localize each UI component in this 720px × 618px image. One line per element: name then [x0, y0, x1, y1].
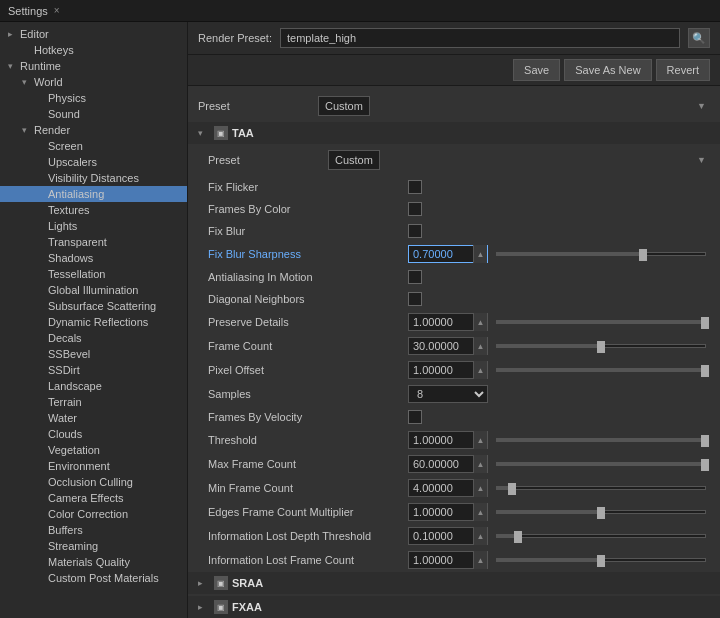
sidebar-item-global-illumination[interactable]: Global Illumination	[0, 282, 187, 298]
title-bar: Settings ×	[0, 0, 720, 22]
search-button[interactable]: 🔍	[688, 28, 710, 48]
sidebar-item-shadows[interactable]: Shadows	[0, 250, 187, 266]
slider-thumb-preserve-details[interactable]	[701, 317, 709, 329]
fxaa-section-header[interactable]: ▸ ▣ FXAA	[188, 596, 720, 618]
num-input-edges-frame-count[interactable]: 1.00000▲	[408, 503, 488, 521]
sidebar-label-sound: Sound	[48, 108, 80, 120]
sidebar-item-runtime[interactable]: ▾Runtime	[0, 58, 187, 74]
slider-thumb-fix-blur-sharpness[interactable]	[639, 249, 647, 261]
sidebar-item-antialiasing[interactable]: Antialiasing	[0, 186, 187, 202]
num-input-preserve-details[interactable]: 1.00000▲	[408, 313, 488, 331]
sidebar-item-camera-effects[interactable]: Camera Effects	[0, 490, 187, 506]
dropdown-samples[interactable]: 8	[408, 385, 488, 403]
slider-thumb-min-frame-count[interactable]	[508, 483, 516, 495]
num-arrow-frame-count[interactable]: ▲	[473, 337, 487, 355]
num-arrow-fix-blur-sharpness[interactable]: ▲	[473, 245, 487, 263]
num-arrow-min-frame-count[interactable]: ▲	[473, 479, 487, 497]
sidebar-item-materials-quality[interactable]: Materials Quality	[0, 554, 187, 570]
taa-section-header[interactable]: ▾ ▣ TAA	[188, 122, 720, 144]
setting-label-threshold: Threshold	[208, 434, 408, 446]
sidebar-item-terrain[interactable]: Terrain	[0, 394, 187, 410]
sidebar-item-visibility[interactable]: Visibility Distances	[0, 170, 187, 186]
close-icon[interactable]: ×	[54, 5, 60, 16]
sidebar-item-buffers[interactable]: Buffers	[0, 522, 187, 538]
slider-info-lost-depth[interactable]	[496, 534, 706, 538]
sidebar-item-editor[interactable]: ▸Editor	[0, 26, 187, 42]
slider-thumb-threshold[interactable]	[701, 435, 709, 447]
sidebar-item-lights[interactable]: Lights	[0, 218, 187, 234]
sidebar-item-world[interactable]: ▾World	[0, 74, 187, 90]
num-input-min-frame-count[interactable]: 4.00000▲	[408, 479, 488, 497]
preset-input[interactable]	[280, 28, 680, 48]
sidebar-item-occlusion[interactable]: Occlusion Culling	[0, 474, 187, 490]
sidebar-item-dynamic-reflections[interactable]: Dynamic Reflections	[0, 314, 187, 330]
sidebar-item-subsurface[interactable]: Subsurface Scattering	[0, 298, 187, 314]
sidebar-item-screen[interactable]: Screen	[0, 138, 187, 154]
slider-thumb-frame-count[interactable]	[597, 341, 605, 353]
sraa-section-header[interactable]: ▸ ▣ SRAA	[188, 572, 720, 594]
slider-fix-blur-sharpness[interactable]	[496, 252, 706, 256]
slider-fill-preserve-details	[497, 321, 705, 323]
sidebar-item-ssdirt[interactable]: SSDirt	[0, 362, 187, 378]
slider-threshold[interactable]	[496, 438, 706, 442]
revert-button[interactable]: Revert	[656, 59, 710, 81]
sidebar-item-color-correction[interactable]: Color Correction	[0, 506, 187, 522]
checkbox-antialiasing-in-motion[interactable]	[408, 270, 422, 284]
num-arrow-threshold[interactable]: ▲	[473, 431, 487, 449]
sidebar-item-landscape[interactable]: Landscape	[0, 378, 187, 394]
sidebar-item-environment[interactable]: Environment	[0, 458, 187, 474]
num-arrow-preserve-details[interactable]: ▲	[473, 313, 487, 331]
sidebar-item-physics[interactable]: Physics	[0, 90, 187, 106]
num-arrow-max-frame-count[interactable]: ▲	[473, 455, 487, 473]
slider-pixel-offset[interactable]	[496, 368, 706, 372]
slider-thumb-max-frame-count[interactable]	[701, 459, 709, 471]
taa-preset-dropdown[interactable]: Custom	[328, 150, 380, 170]
sidebar-item-transparent[interactable]: Transparent	[0, 234, 187, 250]
num-input-fix-blur-sharpness[interactable]: 0.70000▲	[408, 245, 488, 263]
checkbox-frames-by-color[interactable]	[408, 202, 422, 216]
checkbox-frames-by-velocity[interactable]	[408, 410, 422, 424]
sidebar-item-hotkeys[interactable]: Hotkeys	[0, 42, 187, 58]
num-input-info-lost-frame[interactable]: 1.00000▲	[408, 551, 488, 569]
sidebar-item-clouds[interactable]: Clouds	[0, 426, 187, 442]
num-input-threshold[interactable]: 1.00000▲	[408, 431, 488, 449]
value-area-diagonal-neighbors	[408, 292, 710, 306]
num-arrow-pixel-offset[interactable]: ▲	[473, 361, 487, 379]
num-input-max-frame-count[interactable]: 60.00000▲	[408, 455, 488, 473]
slider-preserve-details[interactable]	[496, 320, 706, 324]
save-button[interactable]: Save	[513, 59, 560, 81]
sidebar-item-streaming[interactable]: Streaming	[0, 538, 187, 554]
sidebar-item-decals[interactable]: Decals	[0, 330, 187, 346]
num-input-pixel-offset[interactable]: 1.00000▲	[408, 361, 488, 379]
slider-thumb-info-lost-depth[interactable]	[514, 531, 522, 543]
sidebar-item-render[interactable]: ▾Render	[0, 122, 187, 138]
slider-frame-count[interactable]	[496, 344, 706, 348]
slider-info-lost-frame[interactable]	[496, 558, 706, 562]
checkbox-fix-blur[interactable]	[408, 224, 422, 238]
slider-min-frame-count[interactable]	[496, 486, 706, 490]
num-input-frame-count[interactable]: 30.00000▲	[408, 337, 488, 355]
num-input-info-lost-depth[interactable]: 0.10000▲	[408, 527, 488, 545]
slider-max-frame-count[interactable]	[496, 462, 706, 466]
sidebar-item-sound[interactable]: Sound	[0, 106, 187, 122]
num-arrow-info-lost-frame[interactable]: ▲	[473, 551, 487, 569]
slider-thumb-pixel-offset[interactable]	[701, 365, 709, 377]
sidebar-item-vegetation[interactable]: Vegetation	[0, 442, 187, 458]
sidebar-item-custom-post[interactable]: Custom Post Materials	[0, 570, 187, 586]
sidebar-label-runtime: Runtime	[20, 60, 61, 72]
save-as-new-button[interactable]: Save As New	[564, 59, 651, 81]
slider-thumb-edges-frame-count[interactable]	[597, 507, 605, 519]
num-arrow-info-lost-depth[interactable]: ▲	[473, 527, 487, 545]
value-area-preserve-details: 1.00000▲	[408, 313, 710, 331]
slider-edges-frame-count[interactable]	[496, 510, 706, 514]
slider-thumb-info-lost-frame[interactable]	[597, 555, 605, 567]
sidebar-item-water[interactable]: Water	[0, 410, 187, 426]
sidebar-item-textures[interactable]: Textures	[0, 202, 187, 218]
checkbox-fix-flicker[interactable]	[408, 180, 422, 194]
sidebar-item-ssbevel[interactable]: SSBevel	[0, 346, 187, 362]
sidebar-item-tessellation[interactable]: Tessellation	[0, 266, 187, 282]
sidebar-item-upscalers[interactable]: Upscalers	[0, 154, 187, 170]
num-arrow-edges-frame-count[interactable]: ▲	[473, 503, 487, 521]
preset-dropdown[interactable]: Custom	[318, 96, 370, 116]
checkbox-diagonal-neighbors[interactable]	[408, 292, 422, 306]
